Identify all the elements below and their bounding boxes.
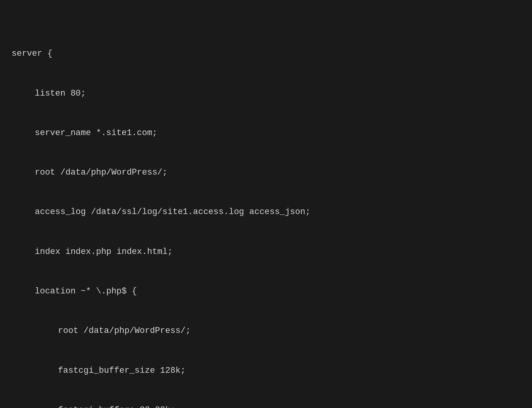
line-listen: listen 80; [12,87,520,100]
line-access-log: access_log /data/ssl/log/site1.access.lo… [12,206,520,219]
line-location-php: location ~* \.php$ { [12,285,520,298]
line-fcgi-buf-size: fastcgi_buffer_size 128k; [12,364,520,377]
line-server-open: server { [12,47,520,60]
code-content: server { listen 80; server_name *.site1.… [12,8,520,408]
terminal-window: server { listen 80; server_name *.site1.… [12,8,520,408]
line-fcgi-bufs: fastcgi_buffers 32 32k; [12,404,520,408]
line-root: root /data/php/WordPress/; [12,166,520,179]
line-server-name: server_name *.site1.com; [12,127,520,140]
line-index: index index.php index.html; [12,245,520,259]
line-root-wp: root /data/php/WordPress/; [12,324,520,338]
